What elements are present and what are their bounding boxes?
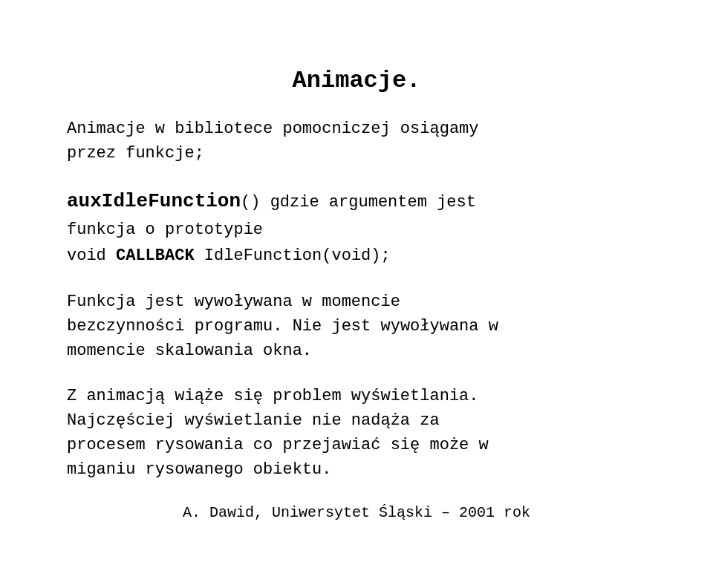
desc-line2: bezczynności programu. bbox=[67, 317, 282, 336]
function-signature: () gdzie argumentem jest bbox=[241, 193, 476, 212]
prototype-code-line: void CALLBACK IdleFunction(void); bbox=[67, 243, 646, 269]
function-name: auxIdleFunction bbox=[67, 190, 241, 212]
anim-line1: Z animacją wiąże się problem wyświetlani… bbox=[67, 387, 479, 405]
anim-line3: procesem rysowania co przejawiać się moż… bbox=[67, 436, 489, 454]
intro-text: Animacje w bibliotece pomocniczej osiąga… bbox=[67, 117, 646, 166]
page-container: Animacje. Animacje w bibliotece pomocnic… bbox=[22, 37, 691, 552]
footer: A. Dawid, Uniwersytet Śląski – 2001 rok bbox=[67, 504, 646, 521]
void-keyword: void bbox=[67, 246, 116, 265]
desc-line3: Nie jest wywoływana w bbox=[293, 317, 498, 336]
prototype-label-line: funkcja o prototypie bbox=[67, 217, 646, 243]
intro-line2: przez funkcje; bbox=[67, 144, 204, 163]
function-prototype-block: auxIdleFunction() gdzie argumentem jest … bbox=[67, 186, 646, 270]
anim-line2: Najczęściej wyświetlanie nie nadąża za bbox=[67, 411, 440, 430]
idle-rest: IdleFunction(void); bbox=[195, 246, 391, 265]
desc-line1: Funkcja jest wywoływana w momencie bbox=[67, 293, 400, 311]
function-signature-line: auxIdleFunction() gdzie argumentem jest bbox=[67, 186, 646, 218]
description-block: Funkcja jest wywoływana w momencie bezcz… bbox=[67, 290, 646, 363]
anim-line4: miganiu rysowanego obiektu. bbox=[67, 460, 331, 479]
page-title: Animacje. bbox=[67, 67, 646, 94]
animation-problem-block: Z animacją wiąże się problem wyświetlani… bbox=[67, 384, 646, 482]
callback-bold: CALLBACK bbox=[116, 246, 195, 265]
intro-line1: Animacje w bibliotece pomocniczej osiąga… bbox=[67, 120, 479, 138]
desc-line4: momencie skalowania okna. bbox=[67, 342, 312, 360]
